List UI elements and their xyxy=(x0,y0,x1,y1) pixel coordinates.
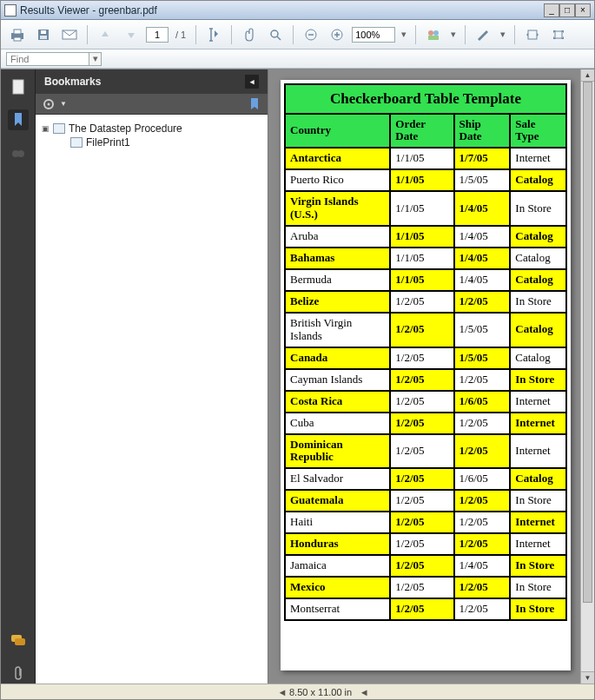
collab-button[interactable] xyxy=(422,24,445,45)
table-cell: 1/2/05 xyxy=(390,512,453,533)
zoom-in-button[interactable] xyxy=(326,24,348,45)
table-cell: Mexico xyxy=(285,577,390,598)
bookmarks-panel: Bookmarks ◂ ▼ ▣ The Datastep Procedure F… xyxy=(36,69,268,683)
table-cell: Honduras xyxy=(285,533,390,555)
table-cell: In Store xyxy=(510,555,566,577)
separator xyxy=(514,25,515,44)
table-cell: Catalog xyxy=(510,226,566,248)
bookmarks-panel-button[interactable] xyxy=(8,109,29,130)
table-cell: Cayman Islands xyxy=(285,369,390,391)
pages-panel-button[interactable] xyxy=(8,76,29,97)
svg-point-14 xyxy=(428,30,433,36)
table-cell: Catalog xyxy=(510,169,566,191)
table-cell: 1/1/05 xyxy=(390,226,453,248)
collapse-panel-button[interactable]: ◂ xyxy=(245,75,259,89)
tree-node-child[interactable]: FilePrint1 xyxy=(41,135,262,149)
table-cell: 1/7/05 xyxy=(454,148,511,169)
table-cell: 1/2/05 xyxy=(390,533,453,555)
table-title: Checkerboard Table Template xyxy=(285,84,566,114)
table-cell: Montserrat xyxy=(285,598,390,620)
minimize-button[interactable]: _ xyxy=(544,3,559,17)
vertical-scrollbar[interactable]: ▲ ▼ xyxy=(580,69,594,683)
separator xyxy=(293,25,294,44)
scroll-thumb[interactable] xyxy=(583,82,592,603)
attachments-button[interactable] xyxy=(8,663,29,683)
print-button[interactable] xyxy=(6,24,29,45)
collab-dropdown[interactable]: ▾ xyxy=(448,27,459,43)
zoom-out-button[interactable] xyxy=(300,24,322,45)
table-cell: 1/2/05 xyxy=(390,598,453,620)
sign-dropdown[interactable]: ▾ xyxy=(498,27,508,43)
zoom-value[interactable]: 100% xyxy=(352,27,395,43)
bookmark-add-icon xyxy=(248,97,261,111)
svg-rect-1 xyxy=(14,30,21,34)
separator xyxy=(87,25,88,44)
table-cell: 1/1/05 xyxy=(390,191,453,226)
svg-rect-18 xyxy=(555,31,562,38)
table-cell: Belize xyxy=(285,291,390,313)
table-cell: 1/2/05 xyxy=(454,490,511,512)
page-up-button[interactable] xyxy=(94,24,116,45)
close-button[interactable]: × xyxy=(575,3,591,17)
fit-page-button[interactable] xyxy=(547,24,570,45)
people-icon xyxy=(426,29,440,41)
bookmark-icon xyxy=(11,112,25,128)
app-icon xyxy=(4,4,17,17)
select-tool-button[interactable] xyxy=(202,24,225,45)
status-right-arrow[interactable]: ◄ xyxy=(357,687,371,697)
table-cell: Jamaica xyxy=(285,555,390,577)
svg-rect-16 xyxy=(428,36,439,40)
marquee-zoom-button[interactable] xyxy=(264,24,287,45)
fit-width-button[interactable] xyxy=(521,24,544,45)
comments-panel-button[interactable] xyxy=(8,630,29,650)
page-number-input[interactable] xyxy=(146,27,169,43)
tree-collapse-icon[interactable]: ▣ xyxy=(41,124,50,133)
table-cell: Guatemala xyxy=(285,490,390,512)
comment-icon xyxy=(10,634,26,646)
binoculars-icon xyxy=(11,146,25,160)
table-cell: 1/4/05 xyxy=(454,555,511,577)
separator xyxy=(231,25,232,44)
table-cell: 1/4/05 xyxy=(454,191,511,226)
find-input[interactable] xyxy=(6,52,89,66)
table-cell: In Store xyxy=(510,369,566,391)
scroll-down-button[interactable]: ▼ xyxy=(581,671,594,683)
attachments-panel-button[interactable] xyxy=(8,142,29,163)
table-cell: 1/5/05 xyxy=(454,169,511,191)
restore-button[interactable]: □ xyxy=(559,3,575,17)
minus-icon xyxy=(305,29,317,41)
table-cell: 1/2/05 xyxy=(454,434,511,469)
save-button[interactable] xyxy=(32,24,55,45)
status-left-arrow[interactable]: ◄ xyxy=(275,687,289,697)
main-area: Bookmarks ◂ ▼ ▣ The Datastep Procedure F… xyxy=(1,69,594,683)
tree-node-root[interactable]: ▣ The Datastep Procedure xyxy=(41,122,262,135)
page-down-button[interactable] xyxy=(120,24,142,45)
email-button[interactable] xyxy=(58,24,81,45)
status-bar: ◄ 8.50 x 11.00 in ◄ xyxy=(1,683,594,699)
sign-button[interactable] xyxy=(472,24,494,45)
svg-rect-2 xyxy=(14,37,21,41)
hand-tool-button[interactable] xyxy=(238,24,261,45)
table-row: Antarctica1/1/051/7/05Internet xyxy=(285,148,566,169)
table-cell: 1/2/05 xyxy=(390,313,453,347)
table-cell: 1/2/05 xyxy=(390,413,453,434)
table-cell: 1/2/05 xyxy=(454,413,511,434)
scroll-up-button[interactable]: ▲ xyxy=(581,69,594,82)
gear-icon xyxy=(43,98,55,110)
table-cell: 1/1/05 xyxy=(390,148,453,169)
svg-rect-17 xyxy=(528,30,537,39)
table-cell: 1/2/05 xyxy=(454,533,511,555)
table-row: British Virgin Islands1/2/051/5/05Catalo… xyxy=(285,313,566,347)
find-dropdown[interactable]: ▾ xyxy=(89,52,102,66)
table-cell: In Store xyxy=(510,191,566,226)
table-cell: 1/2/05 xyxy=(454,598,511,620)
document-viewport[interactable]: Checkerboard Table Template CountryOrder… xyxy=(268,69,594,683)
bookmark-options-button[interactable] xyxy=(43,98,55,110)
zoom-dropdown[interactable]: ▾ xyxy=(399,27,409,43)
chevron-down-icon[interactable]: ▼ xyxy=(60,100,67,108)
new-bookmark-button[interactable] xyxy=(248,97,261,111)
table-cell: 1/2/05 xyxy=(390,369,453,391)
table-cell: 1/6/05 xyxy=(454,391,511,413)
table-cell: Cuba xyxy=(285,413,390,434)
table-cell: 1/2/05 xyxy=(390,468,453,490)
